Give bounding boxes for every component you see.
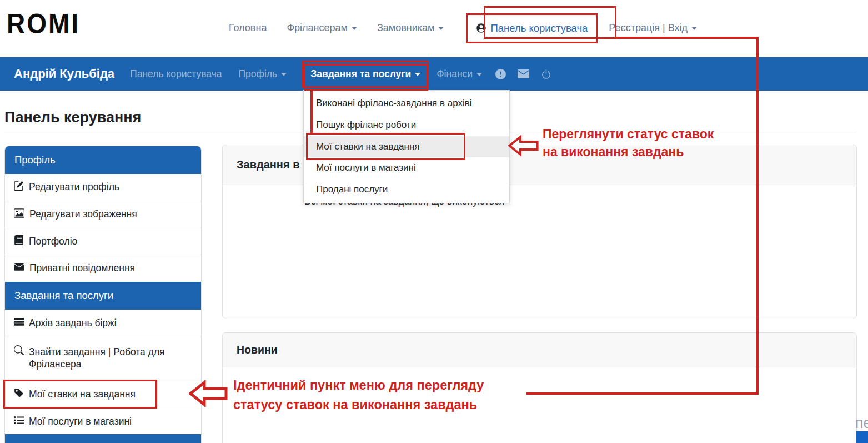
sidebar-item-archive[interactable]: Архів завдань біржі (5, 310, 201, 337)
dropdown-item-archived-tasks[interactable]: Виконані фріланс-завдання в архіві (304, 93, 509, 115)
sidebar-header-stub (5, 434, 201, 443)
news-panel-title: Новини (237, 344, 278, 356)
chevron-down-icon (281, 73, 287, 76)
dashboard-sidebar: Профіль Редагувати профіль Редагувати зо… (4, 146, 202, 443)
tasks-panel-title: Завдання в (237, 158, 299, 171)
power-icon[interactable] (541, 69, 551, 79)
tag-icon (14, 388, 24, 401)
site-logo[interactable]: ROMI (7, 8, 80, 40)
nav-register-login[interactable]: Реєстрація | Вхід (609, 22, 697, 34)
archive-list-icon (14, 317, 24, 330)
envelope-icon (14, 262, 24, 275)
sidebar-item-portfolio[interactable]: Портфоліо (5, 228, 201, 255)
sidebar-header-tasks-services: Завдання та послуги (5, 282, 201, 310)
dropdown-item-my-services[interactable]: Мої послуги в магазині (304, 157, 509, 179)
chevron-down-icon (691, 27, 697, 30)
left-arrow-icon (189, 380, 228, 407)
sidebar-item-find-tasks[interactable]: Знайти завдання | Робота для Фрілансера (5, 337, 201, 380)
sidebar-item-my-bids[interactable]: Мої ставки на завдання (5, 380, 201, 409)
dropdown-item-my-bids[interactable]: Мої ставки на завдання (304, 136, 509, 158)
envelope-icon[interactable] (518, 69, 529, 79)
site-header: ROMI Головна Фрілансерам Замовникам Пане… (0, 0, 868, 56)
navbar-tasks-services[interactable]: Завдання та послуги (302, 61, 429, 88)
annotation-identical-menu-item: Ідентичний пункт меню для перегляду стат… (233, 376, 484, 415)
navbar-icons (495, 69, 551, 79)
list-icon (14, 416, 24, 428)
news-panel-header: Новини (223, 333, 856, 367)
nav-user-panel-label: Панель користувача (490, 22, 588, 34)
dropdown-item-sold-services[interactable]: Продані послуги (304, 179, 509, 201)
dropdown-item-search-work[interactable]: Пошук фріланс роботи (304, 115, 509, 136)
search-icon (14, 345, 24, 359)
chevron-down-icon (438, 27, 444, 30)
chevron-down-icon (352, 27, 357, 30)
navbar-user-panel[interactable]: Панель користувача (130, 68, 222, 80)
top-nav: Головна Фрілансерам Замовникам Панель ко… (229, 0, 697, 56)
corner-clipped-text: пе (855, 415, 868, 432)
chevron-down-icon (415, 73, 420, 76)
nav-customers[interactable]: Замовникам (377, 22, 444, 34)
image-icon (14, 208, 24, 221)
user-navbar: Андрій Кульбіда Панель користувача Профі… (0, 57, 868, 91)
navbar-finance[interactable]: Фінанси (436, 68, 482, 80)
left-arrow-icon (508, 135, 539, 157)
user-name[interactable]: Андрій Кульбіда (14, 67, 114, 81)
sidebar-item-my-services[interactable]: Мої послуги в магазині (5, 409, 201, 434)
book-icon (14, 235, 24, 248)
corner-blue-square (856, 431, 868, 443)
chevron-down-icon (476, 73, 482, 76)
navbar-profile[interactable]: Профіль (239, 68, 287, 80)
exclamation-circle-icon[interactable] (495, 69, 506, 79)
person-circle-icon (476, 23, 486, 33)
nav-user-panel[interactable]: Панель користувача (466, 13, 598, 43)
page-title: Панель керування (4, 109, 141, 126)
sidebar-item-edit-images[interactable]: Редагувати зображення (5, 201, 201, 228)
sidebar-header-profile: Профіль (5, 146, 201, 174)
annotation-view-bid-status: Переглянути статус ставок на виконання з… (543, 125, 714, 161)
nav-home[interactable]: Головна (229, 22, 267, 34)
nav-freelancers[interactable]: Фрілансерам (287, 22, 357, 34)
sidebar-item-edit-profile[interactable]: Редагувати профіль (5, 174, 201, 201)
edit-icon (14, 181, 24, 194)
tasks-services-dropdown: Виконані фріланс-завдання в архіві Пошук… (303, 90, 510, 203)
sidebar-item-private-messages[interactable]: Приватні повідомлення (5, 255, 201, 282)
